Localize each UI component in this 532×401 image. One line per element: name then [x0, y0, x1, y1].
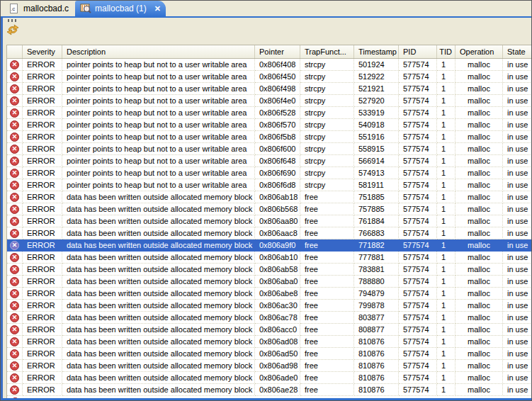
pointer-cell: 0x806ad98 — [255, 360, 300, 372]
column-header-pointer[interactable]: Pointer — [255, 45, 300, 58]
tid-cell: 1 — [437, 372, 455, 384]
error-icon: ✕ — [10, 72, 19, 81]
table-row[interactable]: ✕ ERROR data has been written outside al… — [7, 384, 531, 396]
tid-cell: 1 — [437, 312, 455, 324]
severity-cell: ERROR — [23, 143, 62, 155]
table-row[interactable]: ✕ ERROR data has been written outside al… — [7, 264, 531, 276]
table-header: Severity Description Pointer TrapFunct..… — [7, 45, 531, 59]
pointer-cell: 0x806ac30 — [255, 300, 300, 312]
table-row[interactable]: ✕ ERROR data has been written outside al… — [7, 239, 531, 252]
column-header-pid[interactable]: PID — [399, 45, 437, 58]
table-row[interactable]: ✕ ERROR data has been written outside al… — [7, 203, 531, 215]
table-row[interactable]: ✕ ERROR data has been written outside al… — [7, 276, 531, 288]
pointer-cell: 0x806f5b8 — [255, 131, 300, 143]
column-header-timestamp[interactable]: Timestamp — [354, 45, 399, 58]
table-row[interactable]: ✕ ERROR pointer points to heap but not t… — [7, 179, 531, 191]
trapfunction-cell: free — [300, 348, 354, 360]
state-cell: in use — [503, 312, 531, 324]
description-cell: data has been written outside allocated … — [62, 312, 255, 324]
column-header-description[interactable]: Description — [62, 45, 255, 58]
state-cell: in use — [503, 155, 531, 167]
table-row[interactable]: ✕ ERROR pointer points to heap but not t… — [7, 59, 531, 71]
table-row[interactable]: ✕ ERROR data has been written outside al… — [7, 288, 531, 300]
timestamp-cell: 574913 — [354, 167, 399, 179]
timestamp-cell: 810876 — [354, 372, 399, 384]
tid-cell: 1 — [437, 107, 455, 119]
description-cell: data has been written outside allocated … — [62, 252, 255, 264]
error-icon: ✕ — [10, 277, 19, 286]
pid-cell: 577574 — [399, 348, 437, 360]
pointer-cell: 0x806ab58 — [255, 264, 300, 276]
pid-cell: 577574 — [399, 215, 437, 227]
c-file-icon: .c — [9, 3, 20, 14]
state-cell: in use — [503, 119, 531, 131]
severity-cell: ERROR — [23, 227, 62, 239]
error-icon: ✕ — [10, 145, 19, 154]
table-row[interactable]: ✕ ERROR pointer points to heap but not t… — [7, 143, 531, 155]
column-header-operation[interactable]: Operation — [455, 45, 503, 58]
table-row[interactable]: ✕ ERROR data has been written outside al… — [7, 372, 531, 384]
error-icon: ✕ — [10, 241, 19, 250]
tid-cell: 1 — [437, 95, 455, 107]
tid-cell: 1 — [437, 324, 455, 336]
swap-arrows-icon[interactable] — [6, 23, 24, 39]
pid-cell: 577574 — [399, 203, 437, 215]
close-icon[interactable]: ✕ — [154, 5, 161, 12]
tid-cell: 1 — [437, 143, 455, 155]
trapfunction-cell: free — [300, 239, 354, 252]
table-row[interactable]: ✕ ERROR data has been written outside al… — [7, 360, 531, 372]
operation-cell: malloc — [455, 252, 503, 264]
table-row[interactable]: ✕ ERROR data has been written outside al… — [7, 312, 531, 324]
pointer-cell: 0x806aa80 — [255, 215, 300, 227]
timestamp-cell: 788880 — [354, 276, 399, 288]
severity-cell: ERROR — [23, 119, 62, 131]
state-cell: in use — [503, 191, 531, 203]
trapfunction-cell: free — [300, 252, 354, 264]
column-header-state[interactable]: State — [503, 45, 531, 58]
pointer-cell: 0x806f690 — [255, 167, 300, 179]
table-row[interactable]: ✕ ERROR pointer points to heap but not t… — [7, 83, 531, 95]
column-header-icon[interactable] — [7, 45, 23, 58]
column-header-tid[interactable]: TID — [437, 45, 455, 58]
table-row[interactable]: ✕ ERROR data has been written outside al… — [7, 191, 531, 203]
description-cell: data has been written outside allocated … — [62, 372, 255, 384]
table-row[interactable]: ✕ ERROR data has been written outside al… — [7, 300, 531, 312]
table-row[interactable]: ✕ ERROR pointer points to heap but not t… — [7, 107, 531, 119]
description-cell: data has been written outside allocated … — [62, 191, 255, 203]
trapfunction-cell: free — [300, 372, 354, 384]
tab-mallocbad-1[interactable]: mallocbad (1) ✕ — [75, 1, 166, 18]
tid-cell: 1 — [437, 119, 455, 131]
table-row[interactable]: ✕ ERROR data has been written outside al… — [7, 215, 531, 227]
table-row[interactable]: ✕ ERROR data has been written outside al… — [7, 324, 531, 336]
state-cell: in use — [503, 239, 531, 252]
table-row[interactable]: ✕ ERROR data has been written outside al… — [7, 336, 531, 348]
trapfunction-cell: free — [300, 300, 354, 312]
table-row[interactable]: ✕ ERROR data has been written outside al… — [7, 348, 531, 360]
description-cell: data has been written outside allocated … — [62, 227, 255, 239]
pointer-cell: 0x806ab10 — [255, 252, 300, 264]
table-row[interactable]: ✕ ERROR pointer points to heap but not t… — [7, 167, 531, 179]
operation-cell: malloc — [455, 348, 503, 360]
table-row[interactable]: ✕ ERROR pointer points to heap but not t… — [7, 119, 531, 131]
error-icon: ✕ — [10, 289, 19, 298]
pointer-cell: 0x806f600 — [255, 143, 300, 155]
description-cell: pointer points to heap but not to a user… — [62, 95, 255, 107]
table-row[interactable]: ✕ ERROR pointer points to heap but not t… — [7, 131, 531, 143]
trapfunction-cell: free — [300, 312, 354, 324]
table-row[interactable]: ✕ ERROR data has been written outside al… — [7, 252, 531, 264]
tab-mallocbad-c[interactable]: .c mallocbad.c — [4, 1, 75, 18]
tid-cell: 1 — [437, 167, 455, 179]
description-cell: data has been written outside allocated … — [62, 336, 255, 348]
trapfunction-cell: strcpy — [300, 95, 354, 107]
table-row[interactable]: ✕ ERROR pointer points to heap but not t… — [7, 71, 531, 83]
pid-cell: 577574 — [399, 372, 437, 384]
description-cell: data has been written outside allocated … — [62, 264, 255, 276]
column-header-trapfunction[interactable]: TrapFunct... — [300, 45, 354, 58]
state-cell: in use — [503, 288, 531, 300]
table-row[interactable]: ✕ ERROR data has been written outside al… — [7, 227, 531, 239]
description-cell: pointer points to heap but not to a user… — [62, 167, 255, 179]
table-row[interactable]: ✕ ERROR pointer points to heap but not t… — [7, 155, 531, 167]
table-row[interactable]: ✕ ERROR pointer points to heap but not t… — [7, 95, 531, 107]
column-header-severity[interactable]: Severity — [23, 45, 62, 58]
tid-cell: 1 — [437, 131, 455, 143]
